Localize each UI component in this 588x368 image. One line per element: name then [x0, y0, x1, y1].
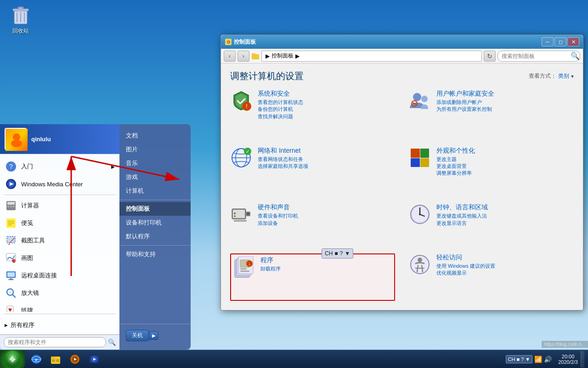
tray-icons: 📶 🔊 — [534, 356, 552, 363]
lang-dropdown[interactable]: ▼ — [525, 356, 530, 362]
menu-item-remote[interactable]: 远程桌面连接 — [0, 267, 119, 284]
link-add-device[interactable]: 添加设备 — [258, 220, 298, 227]
svg-rect-87 — [51, 356, 55, 358]
link-uninstall[interactable]: 卸载程序 — [260, 265, 281, 272]
cp-item-network: ✓ 网络和 Internet 查看网络状态和任务 选择家庭组和共享选项 — [230, 147, 395, 197]
shutdown-button[interactable]: 关机 — [126, 330, 149, 341]
svg-text:!: ! — [246, 103, 247, 109]
desktop: 回收站 ⚙ 控制面板 ─ ◻ ✕ ‹ › ▶ 控制面板 ▶ ↻ — [0, 0, 588, 368]
menu-item-stickynotes[interactable]: 便笺 — [0, 214, 119, 232]
link-theme[interactable]: 更改主题 — [436, 156, 475, 163]
ime-help[interactable]: ? — [340, 250, 343, 257]
appearance-text: 外观和个性化 更改主题 更改桌面背景 调整屏幕分辨率 — [436, 147, 475, 177]
link-windows-recommend[interactable]: 使用 Windows 建议的设置 — [436, 263, 495, 270]
cp-item-hardware: 硬件和声音 查看设备和打印机 添加设备 — [230, 203, 395, 247]
link-add-user[interactable]: 添加或删除用户帐户 — [436, 99, 494, 106]
link-language[interactable]: 更改显示语言 — [436, 220, 488, 227]
menu-item-solitaire[interactable]: ♥ 纸牌 — [0, 302, 119, 312]
right-menu-help[interactable]: 帮助和支持 — [119, 247, 191, 261]
hardware-icon — [230, 203, 252, 225]
menu-item-paint-label: 画图 — [21, 254, 33, 262]
link-wallpaper[interactable]: 更改桌面背景 — [436, 163, 475, 170]
recycle-bin-icon[interactable]: 回收站 — [7, 5, 34, 35]
separator-2 — [4, 314, 116, 314]
menu-item-wmc-label: Windows Media Center — [21, 181, 83, 188]
all-programs-icon: ▶ — [5, 323, 8, 328]
menu-item-getstarted[interactable]: ? 入门 ▶ — [0, 158, 119, 175]
search-input[interactable] — [502, 53, 571, 59]
accessibility-icon — [409, 253, 431, 276]
link-keyboard[interactable]: 更改键盘或其他输入法 — [436, 213, 488, 219]
right-menu-pictures[interactable]: 图片 — [119, 143, 191, 156]
search-programs-button[interactable]: 🔍 — [108, 339, 116, 346]
menu-item-wmc[interactable]: Windows Media Center — [0, 175, 119, 193]
hardware-title[interactable]: 硬件和声音 — [258, 203, 298, 212]
svg-rect-22 — [420, 149, 429, 158]
taskbar-ie[interactable]: e — [27, 351, 45, 368]
start-menu-top-items: ? 入门 ▶ Windows Media Cent — [0, 154, 119, 312]
link-devices[interactable]: 查看设备和打印机 — [258, 213, 298, 219]
taskbar-explorer[interactable] — [46, 351, 65, 368]
view-option[interactable]: 类别 — [558, 72, 569, 80]
accessibility-title[interactable]: 轻松访问 — [436, 253, 495, 262]
menu-item-remote-label: 远程桌面连接 — [21, 271, 57, 280]
forward-button[interactable]: › — [237, 51, 249, 62]
right-menu-documents[interactable]: 文档 — [119, 129, 191, 143]
ime-dropdown[interactable]: ▼ — [345, 250, 350, 257]
view-label: 查看方式： — [529, 72, 556, 80]
search-programs-input[interactable] — [4, 337, 106, 347]
system-security-title[interactable]: 系统和安全 — [258, 90, 303, 98]
taskbar-wmp[interactable] — [66, 351, 84, 368]
right-menu-defaults[interactable]: 默认程序 — [119, 230, 191, 243]
breadcrumb-home: ▶ — [266, 53, 270, 59]
search-bar[interactable]: 🔍 — [498, 51, 580, 62]
restore-button[interactable]: ◻ — [554, 37, 566, 46]
minimize-button[interactable]: ─ — [542, 37, 554, 46]
cp-item-programs: ↓ 程序 卸载程序 — [230, 253, 395, 301]
close-button[interactable]: ✕ — [567, 37, 579, 46]
svg-point-31 — [234, 215, 236, 217]
right-menu-controlpanel[interactable]: 控制面板 — [119, 202, 191, 216]
address-input[interactable]: ▶ 控制面板 ▶ — [261, 51, 482, 62]
svg-rect-21 — [411, 149, 420, 158]
shutdown-options-button[interactable]: ▶ — [149, 331, 158, 340]
clock[interactable]: 20:00 2020/2/3 — [555, 354, 581, 365]
right-menu-computer[interactable]: 计算机 — [119, 184, 191, 198]
menu-item-snipping[interactable]: 截图工具 — [0, 232, 119, 249]
view-dropdown-icon[interactable]: ▾ — [571, 73, 574, 80]
link-network-status[interactable]: 查看网络状态和任务 — [258, 156, 308, 163]
programs-title[interactable]: 程序 — [260, 256, 281, 264]
status-url: https://blog.csdn.n... — [542, 341, 588, 348]
show-desktop-button[interactable] — [581, 351, 584, 368]
link-parental[interactable]: 为所有用户设置家长控制 — [436, 106, 494, 113]
appearance-title[interactable]: 外观和个性化 — [436, 147, 475, 155]
right-menu-devices[interactable]: 设备和打印机 — [119, 216, 191, 230]
snipping-icon — [5, 234, 17, 247]
right-menu-music[interactable]: 音乐 — [119, 156, 191, 170]
link-resolution[interactable]: 调整屏幕分辨率 — [436, 170, 475, 177]
link-troubleshoot[interactable]: 查找并解决问题 — [258, 113, 303, 120]
right-menu-games[interactable]: 游戏 — [119, 170, 191, 184]
language-bar[interactable]: CH ■ ? ▼ — [506, 355, 533, 363]
taskbar-wmc[interactable] — [85, 351, 103, 368]
start-button[interactable] — [0, 350, 25, 368]
svg-rect-75 — [8, 279, 14, 280]
link-homegroup[interactable]: 选择家庭组和共享选项 — [258, 163, 308, 170]
back-button[interactable]: ‹ — [224, 51, 236, 62]
menu-item-magnifier[interactable]: + 放大镜 — [0, 284, 119, 302]
link-check-computer[interactable]: 查看您的计算机状态 — [258, 99, 303, 106]
menu-item-paint[interactable]: 画图 — [0, 249, 119, 267]
solitaire-icon: ♥ — [5, 304, 17, 312]
lang-help[interactable]: ? — [521, 356, 524, 362]
all-programs[interactable]: ▶ 所有程序 — [0, 319, 119, 332]
refresh-button[interactable]: ↻ — [484, 51, 496, 62]
clock-title[interactable]: 时钟、语言和区域 — [436, 203, 488, 212]
users-title[interactable]: 用户帐户和家庭安全 — [436, 90, 494, 98]
link-backup[interactable]: 备份您的计算机 — [258, 106, 303, 113]
svg-rect-23 — [411, 158, 420, 167]
breadcrumb-cp[interactable]: 控制面板 — [271, 52, 294, 60]
link-optimize-video[interactable]: 优化视频显示 — [436, 270, 495, 276]
menu-item-calc[interactable]: 计算器 — [0, 197, 119, 214]
svg-text:e: e — [35, 357, 37, 362]
network-title[interactable]: 网络和 Internet — [258, 147, 308, 155]
